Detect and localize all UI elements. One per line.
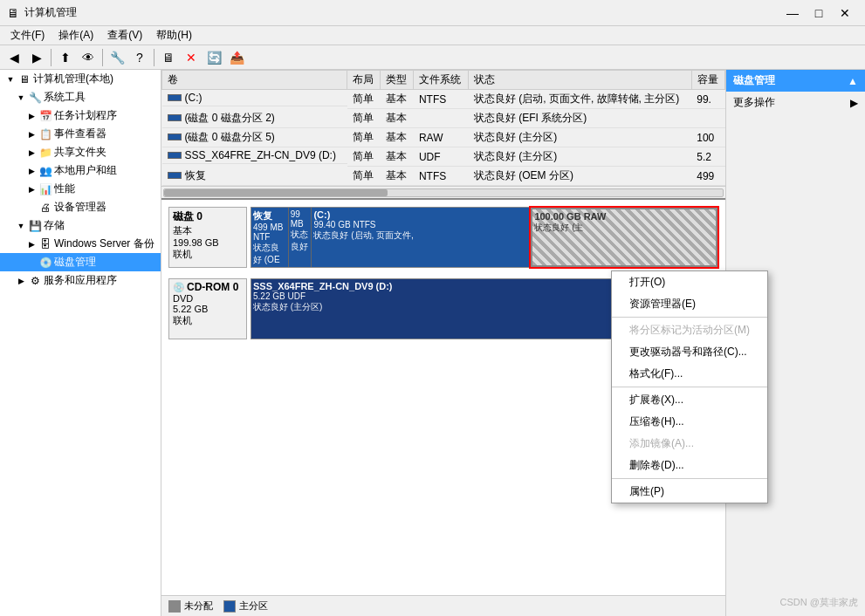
tree-label: 服务和应用程序: [44, 273, 117, 288]
menu-bar: 文件(F) 操作(A) 查看(V) 帮助(H): [0, 26, 865, 45]
watermark: CSDN @莫非家虎: [780, 596, 858, 609]
expand-icon[interactable]: ▼: [14, 91, 28, 105]
tree-item-task-scheduler[interactable]: ▶ 📅 任务计划程序: [0, 106, 161, 125]
expand-icon[interactable]: ▼: [14, 219, 28, 233]
app-title: 计算机管理: [24, 5, 77, 20]
disk-0-title: 磁盘 0: [173, 209, 243, 224]
tree-label: 存储: [44, 218, 65, 233]
users-icon: 👥: [38, 164, 52, 178]
tree-item-performance[interactable]: ▶ 📊 性能: [0, 180, 161, 198]
tree-item-event-viewer[interactable]: ▶ 📋 事件查看器: [0, 125, 161, 143]
col-type: 类型: [381, 71, 414, 90]
ops-title: 磁盘管理: [733, 73, 775, 88]
toolbar-export[interactable]: 📤: [226, 48, 247, 67]
close-button[interactable]: ✕: [832, 0, 858, 26]
tools-icon: 🔧: [28, 91, 42, 105]
ctx-item[interactable]: 打开(O): [612, 271, 767, 293]
ops-arrow-up[interactable]: ▲: [848, 75, 858, 87]
toolbar-sep3: [154, 49, 154, 66]
tree-item-storage[interactable]: ▼ 💾 存储: [0, 216, 161, 235]
tree-item-windows-server-backup[interactable]: ▶ 🗄 Windows Server 备份: [0, 235, 161, 253]
ctx-item[interactable]: 扩展卷(X)...: [612, 389, 767, 411]
tree-label: 磁盘管理: [54, 255, 96, 270]
expand-icon[interactable]: ▶: [24, 182, 38, 196]
table-row[interactable]: (磁盘 0 磁盘分区 5)简单基本RAW状态良好 (主分区)100: [162, 128, 725, 147]
disk-0-label: 磁盘 0 基本 199.98 GB 联机: [168, 207, 247, 268]
col-fs: 文件系统: [414, 71, 469, 90]
app-icon: 🖥: [7, 6, 19, 20]
ctx-item[interactable]: 更改驱动器号和路径(C)...: [612, 341, 767, 363]
expand-icon[interactable]: ▼: [3, 72, 17, 86]
table-row[interactable]: (磁盘 0 磁盘分区 2)简单基本状态良好 (EFI 系统分区): [162, 109, 725, 128]
disk-0-seg-raw[interactable]: 100.00 GB RAW 状态良好 (主: [531, 208, 717, 267]
tree-item-disk-mgmt[interactable]: 💿 磁盘管理: [0, 253, 161, 271]
table-row[interactable]: SSS_X64FRE_ZH-CN_DV9 (D:)简单基本UDF状态良好 (主分…: [162, 147, 725, 167]
tree-item-computer-mgmt[interactable]: ▼ 🖥 计算机管理(本地): [0, 70, 161, 88]
cdrom-icon: 💿: [173, 282, 185, 293]
ctx-item[interactable]: 资源管理器(E): [612, 293, 767, 315]
expand-icon[interactable]: ▶: [24, 127, 38, 141]
disk-0-seg-c[interactable]: (C:) 99.40 GB NTFS 状态良好 (启动, 页面文件,: [312, 208, 531, 267]
cdrom-0-label: 💿 CD-ROM 0 DVD 5.22 GB 联机: [168, 278, 247, 339]
menu-file[interactable]: 文件(F): [3, 26, 51, 44]
tree-label: 任务计划程序: [54, 108, 117, 123]
legend-primary-label: 主分区: [239, 599, 268, 613]
disk-0-type: 基本: [173, 224, 243, 237]
services-icon: ⚙: [28, 274, 42, 288]
legend-primary-box: [223, 600, 236, 613]
table-scrollbar[interactable]: [161, 186, 725, 198]
cdrom-0-title: CD-ROM 0: [187, 281, 238, 293]
toolbar: ◀ ▶ ⬆ 👁 🔧 ? 🖥 ✕ 🔄 📤: [0, 45, 865, 70]
toolbar-refresh[interactable]: 🔄: [203, 48, 224, 67]
disk-0-seg-efi[interactable]: 99 MB 状态良好: [289, 208, 312, 267]
toolbar-stop[interactable]: ✕: [181, 48, 202, 67]
maximize-button[interactable]: □: [806, 0, 832, 26]
toolbar-help[interactable]: ?: [129, 48, 150, 67]
table-row[interactable]: (C:)简单基本NTFS状态良好 (启动, 页面文件, 故障转储, 主分区)99…: [162, 90, 725, 109]
tree-item-services-apps[interactable]: ▶ ⚙ 服务和应用程序: [0, 271, 161, 290]
tree-label: Windows Server 备份: [54, 236, 154, 251]
expand-icon[interactable]: ▶: [24, 237, 38, 251]
ctx-item[interactable]: 删除卷(D)...: [612, 455, 767, 476]
tree-item-device-mgr[interactable]: 🖨 设备管理器: [0, 198, 161, 216]
expand-icon[interactable]: ▶: [24, 164, 38, 178]
menu-action[interactable]: 操作(A): [51, 26, 100, 44]
task-icon: 📅: [38, 109, 52, 123]
toolbar-back[interactable]: ◀: [3, 48, 24, 67]
toolbar-computer[interactable]: 🖥: [158, 48, 179, 67]
ctx-item[interactable]: 压缩卷(H)...: [612, 411, 767, 433]
col-layout: 布局: [347, 71, 381, 90]
col-status: 状态: [469, 71, 691, 90]
expand-icon[interactable]: ▶: [14, 274, 28, 288]
expand-icon[interactable]: ▶: [24, 146, 38, 160]
tree-item-system-tools[interactable]: ▼ 🔧 系统工具: [0, 88, 161, 106]
table-row[interactable]: 恢复简单基本NTFS状态良好 (OEM 分区)499: [162, 167, 725, 186]
expand-icon[interactable]: ▶: [24, 109, 38, 123]
menu-help[interactable]: 帮助(H): [149, 26, 199, 44]
toolbar-show-hide[interactable]: 👁: [78, 48, 99, 67]
toolbar-properties[interactable]: 🔧: [106, 48, 127, 67]
tree-label: 设备管理器: [54, 200, 106, 215]
cdrom-0-size: 5.22 GB: [173, 304, 243, 314]
disk-0-row: 磁盘 0 基本 199.98 GB 联机 恢复 499 MB NTF 状态良好 …: [168, 207, 718, 268]
tree-label: 事件查看器: [54, 127, 106, 141]
tree-item-local-users[interactable]: ▶ 👥 本地用户和组: [0, 161, 161, 180]
tree-item-shared-folders[interactable]: ▶ 📁 共享文件夹: [0, 143, 161, 161]
ctx-item: 添加镜像(A)...: [612, 433, 767, 455]
minimize-button[interactable]: —: [779, 0, 806, 26]
ctx-item: 将分区标记为活动分区(M): [612, 319, 767, 341]
toolbar-forward[interactable]: ▶: [26, 48, 47, 67]
ctx-separator: [612, 478, 767, 479]
disk-0-seg-recovery[interactable]: 恢复 499 MB NTF 状态良好 (OE: [251, 208, 289, 267]
cdrom-0-type: DVD: [173, 293, 243, 304]
ctx-item[interactable]: 属性(P): [612, 481, 767, 503]
col-vol: 卷: [162, 71, 347, 90]
ctx-item[interactable]: 格式化(F)...: [612, 363, 767, 385]
toolbar-up[interactable]: ⬆: [55, 48, 76, 67]
device-icon: 🖨: [38, 201, 52, 215]
menu-view[interactable]: 查看(V): [100, 26, 149, 44]
ctx-separator: [612, 387, 767, 387]
disk-table: 卷 布局 类型 文件系统 状态 容量 (C:)简单基本NTFS: [161, 70, 725, 186]
ops-more-actions[interactable]: 更多操作 ▶: [726, 92, 865, 113]
perf-icon: 📊: [38, 182, 52, 196]
